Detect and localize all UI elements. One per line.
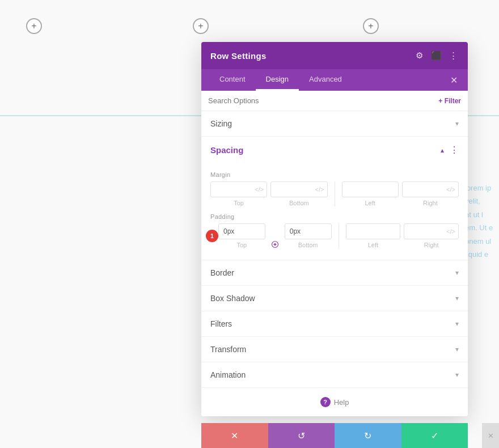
filter-button[interactable]: + Filter xyxy=(438,97,461,105)
padding-bottom-label: Bottom xyxy=(298,242,318,248)
settings-icon[interactable]: ⚙ xyxy=(413,50,425,61)
tab-design[interactable]: Design xyxy=(256,69,299,91)
chevron-down-icon-animation: ▾ xyxy=(455,371,459,379)
padding-label: Padding xyxy=(210,213,459,220)
row-settings-modal: Row Settings ⚙ ⬛ ⋮ Content Design Advanc… xyxy=(201,42,468,416)
code-icon-margin-top[interactable]: </> xyxy=(255,186,264,193)
margin-top-bottom-inputs: </> Top </> Bottom xyxy=(210,181,328,206)
margin-top-group: </> Top xyxy=(210,181,267,206)
margin-inputs: </> Top </> Bottom xyxy=(210,181,459,206)
padding-left-label: Left xyxy=(368,242,378,248)
plus-button-1[interactable]: + xyxy=(26,18,42,34)
margin-label: Margin xyxy=(210,171,459,178)
section-transform: Transform ▾ xyxy=(201,337,468,362)
save-button[interactable]: ✓ xyxy=(401,423,468,448)
more-icon[interactable]: ⋮ xyxy=(447,50,459,61)
section-spacing: Spacing ▴ ⋮ Margin </ xyxy=(201,137,468,260)
margin-bottom-group: </> Bottom xyxy=(270,181,327,206)
chevron-down-icon-box-shadow: ▾ xyxy=(455,294,459,302)
padding-right-group: </> Right xyxy=(404,223,459,248)
canvas-background-text: lorem ip velit, nt ut l em. Ut e onem ul… xyxy=(465,181,499,261)
code-icon-margin-bottom[interactable]: </> xyxy=(315,186,324,193)
padding-badge: 1 xyxy=(206,230,218,242)
modal-title: Row Settings xyxy=(210,51,267,61)
redo-button[interactable]: ↻ xyxy=(335,423,401,448)
padding-top-label: Top xyxy=(237,242,247,248)
margin-top-label: Top xyxy=(234,200,244,206)
margin-right-label: Right xyxy=(423,200,438,206)
section-animation-header[interactable]: Animation ▾ xyxy=(201,362,468,387)
margin-left-label: Left xyxy=(365,200,375,206)
margin-divider xyxy=(335,181,335,206)
undo-button[interactable]: ↺ xyxy=(268,423,335,448)
margin-left-input[interactable] xyxy=(342,181,399,197)
padding-top-input[interactable] xyxy=(218,223,265,239)
padding-left-input[interactable] xyxy=(346,223,401,239)
padding-left-group: Left xyxy=(346,223,401,248)
margin-left-right-inputs: Left </> Right xyxy=(342,181,459,206)
section-animation-title: Animation xyxy=(210,370,246,379)
help-label: Help xyxy=(334,398,349,407)
modal-close-icon[interactable]: ✕ xyxy=(448,69,460,91)
section-animation: Animation ▾ xyxy=(201,362,468,388)
help-bar[interactable]: ? Help xyxy=(201,388,468,416)
tab-advanced[interactable]: Advanced xyxy=(299,69,352,91)
section-filters-header[interactable]: Filters ▾ xyxy=(201,311,468,336)
chevron-down-icon-filters: ▾ xyxy=(455,320,459,328)
modal-content: Sizing ▾ Spacing ▴ ⋮ Margin xyxy=(201,111,468,416)
section-box-shadow-header[interactable]: Box Shadow ▾ xyxy=(201,286,468,311)
padding-inputs-wrap: 1 Top xyxy=(210,223,459,248)
modal-header: Row Settings ⚙ ⬛ ⋮ xyxy=(201,42,468,69)
link-padding-icon[interactable] xyxy=(269,240,281,248)
chevron-down-icon-transform: ▾ xyxy=(455,345,459,353)
section-transform-header[interactable]: Transform ▾ xyxy=(201,337,468,362)
padding-inputs: Top xyxy=(210,223,459,248)
section-border: Border ▾ xyxy=(201,260,468,286)
help-icon: ? xyxy=(320,397,331,407)
spacing-more-icon[interactable]: ⋮ xyxy=(450,145,459,155)
spacing-header-right: ▴ ⋮ xyxy=(441,145,459,155)
code-icon-padding-right[interactable]: </> xyxy=(446,228,455,235)
plus-button-2[interactable]: + xyxy=(193,18,209,34)
search-input[interactable] xyxy=(208,96,434,105)
padding-bottom-group: Bottom xyxy=(285,223,332,248)
section-sizing-title: Sizing xyxy=(210,119,232,128)
code-icon-margin-right[interactable]: </> xyxy=(446,186,455,193)
cancel-button[interactable]: ✕ xyxy=(201,423,268,448)
spacing-content: Margin </> Top xyxy=(201,163,468,260)
plus-button-3[interactable]: + xyxy=(363,18,379,34)
padding-top-bottom-inputs: Top xyxy=(218,223,332,248)
bottom-strip: ✕ xyxy=(482,423,499,448)
section-box-shadow-title: Box Shadow xyxy=(210,294,255,303)
modal-header-icons: ⚙ ⬛ ⋮ xyxy=(413,50,459,61)
bottom-toolbar: ✕ ↺ ↻ ✓ xyxy=(201,423,468,448)
margin-left-group: Left xyxy=(342,181,399,206)
padding-divider xyxy=(339,223,339,248)
tab-content[interactable]: Content xyxy=(209,69,256,91)
section-filters: Filters ▾ xyxy=(201,311,468,337)
chevron-up-icon-spacing: ▴ xyxy=(441,146,444,154)
canvas: + + + lorem ip velit, nt ut l em. Ut e o… xyxy=(0,0,499,448)
padding-left-right-inputs: Left </> Right xyxy=(346,223,459,248)
tab-bar: Content Design Advanced ✕ xyxy=(201,69,468,91)
chevron-down-icon-border: ▾ xyxy=(455,269,459,277)
section-border-title: Border xyxy=(210,268,234,277)
columns-icon[interactable]: ⬛ xyxy=(430,50,442,61)
chevron-down-icon-sizing: ▾ xyxy=(455,120,459,128)
search-bar: + Filter xyxy=(201,91,468,111)
section-sizing-header[interactable]: Sizing ▾ xyxy=(201,111,468,136)
padding-bottom-input[interactable] xyxy=(285,223,332,239)
margin-bottom-label: Bottom xyxy=(289,200,309,206)
section-border-header[interactable]: Border ▾ xyxy=(201,260,468,285)
padding-right-label: Right xyxy=(424,242,439,248)
section-filters-title: Filters xyxy=(210,319,232,328)
section-spacing-title: Spacing xyxy=(210,145,243,155)
section-box-shadow: Box Shadow ▾ xyxy=(201,286,468,311)
section-sizing: Sizing ▾ xyxy=(201,111,468,137)
section-spacing-header[interactable]: Spacing ▴ ⋮ xyxy=(201,137,468,163)
section-transform-title: Transform xyxy=(210,345,246,354)
margin-right-group: </> Right xyxy=(402,181,459,206)
padding-top-group: Top xyxy=(218,223,265,248)
